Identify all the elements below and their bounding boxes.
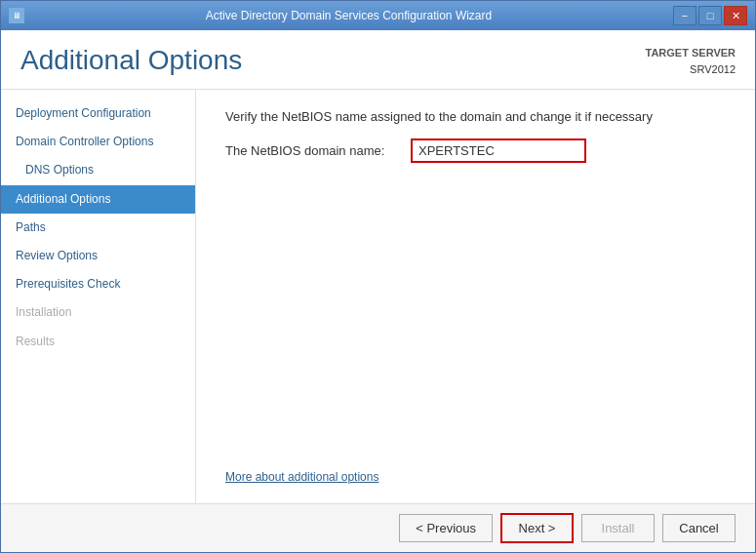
main-content: Additional Options TARGET SERVER SRV2012…: [1, 30, 755, 503]
content-spacer: [225, 175, 726, 460]
content-panel: Verify the NetBIOS name assigned to the …: [196, 90, 755, 503]
footer: < Previous Next > Install Cancel: [1, 503, 755, 552]
close-button[interactable]: ✕: [724, 6, 747, 25]
minimize-button[interactable]: −: [673, 6, 696, 25]
sidebar-item-deployment-configuration[interactable]: Deployment Configuration: [1, 99, 195, 128]
target-server-info: TARGET SERVER SRV2012: [646, 45, 736, 77]
install-button[interactable]: Install: [581, 514, 655, 542]
target-server-label: TARGET SERVER: [646, 45, 736, 61]
sidebar-item-review-options[interactable]: Review Options: [1, 242, 195, 270]
maximize-button[interactable]: □: [698, 6, 722, 25]
app-icon: 🖥: [9, 8, 24, 23]
body-area: Deployment Configuration Domain Controll…: [1, 90, 755, 503]
page-header: Additional Options TARGET SERVER SRV2012: [1, 30, 755, 90]
titlebar: 🖥 Active Directory Domain Services Confi…: [1, 1, 755, 30]
netbios-input[interactable]: [411, 138, 586, 163]
sidebar: Deployment Configuration Domain Controll…: [1, 90, 196, 503]
sidebar-item-domain-controller-options[interactable]: Domain Controller Options: [1, 128, 195, 156]
sidebar-item-results: Results: [1, 328, 195, 356]
target-server-name: SRV2012: [646, 61, 736, 78]
sidebar-item-dns-options[interactable]: DNS Options: [1, 156, 195, 184]
sidebar-item-paths[interactable]: Paths: [1, 214, 195, 242]
sidebar-item-installation: Installation: [1, 298, 195, 327]
wizard-window: 🖥 Active Directory Domain Services Confi…: [0, 0, 756, 553]
next-button[interactable]: Next >: [500, 513, 574, 543]
window-controls: − □ ✕: [673, 6, 747, 25]
verify-text: Verify the NetBIOS name assigned to the …: [225, 109, 726, 124]
page-title: Additional Options: [20, 45, 242, 76]
netbios-label: The NetBIOS domain name:: [225, 143, 401, 158]
window-title: Active Directory Domain Services Configu…: [206, 9, 492, 22]
netbios-field-row: The NetBIOS domain name:: [225, 138, 726, 163]
cancel-button[interactable]: Cancel: [662, 514, 736, 542]
sidebar-item-additional-options[interactable]: Additional Options: [1, 185, 195, 214]
more-about-link[interactable]: More about additional options: [225, 460, 726, 484]
sidebar-item-prerequisites-check[interactable]: Prerequisites Check: [1, 270, 195, 298]
previous-button[interactable]: < Previous: [399, 514, 493, 542]
